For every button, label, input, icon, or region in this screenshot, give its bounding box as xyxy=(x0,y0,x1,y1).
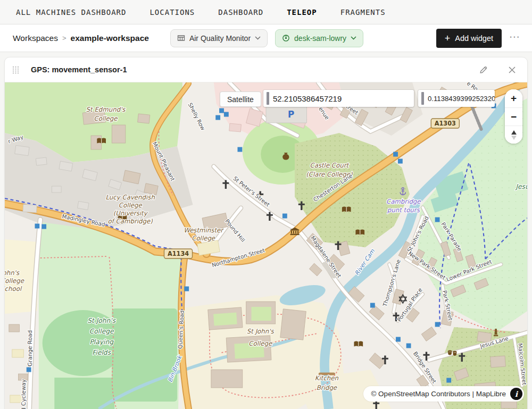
zoom-in-button[interactable]: + xyxy=(505,89,522,107)
zoom-out-button[interactable]: − xyxy=(505,107,522,126)
map-container[interactable]: P A1303A1134 St Edmund'sColleger WayShel… xyxy=(5,82,527,409)
nav-tab[interactable]: ALL MACHINES DASHBOARD xyxy=(16,8,126,16)
page: ALL MACHINES DASHBOARDLOCATIONSDASHBOARD… xyxy=(0,0,532,409)
info-icon[interactable]: i xyxy=(510,388,522,400)
gps-point-marker xyxy=(282,214,287,219)
gps-point-marker xyxy=(435,218,440,222)
gps-point-marker xyxy=(27,368,31,372)
gps-point-marker xyxy=(398,159,403,164)
book-icon xyxy=(355,230,364,235)
pencil-icon xyxy=(479,65,488,74)
compass-north-icon xyxy=(511,130,517,135)
nav-tab[interactable]: LOCATIONS xyxy=(149,8,195,16)
map-zoom-controls: + − xyxy=(505,89,522,144)
plus-icon: + xyxy=(445,34,451,43)
map-label: Jesus xyxy=(514,183,527,190)
road-ref-badge: A1303 xyxy=(431,119,459,128)
compass-south-icon xyxy=(511,136,517,140)
gps-point-marker xyxy=(184,287,189,291)
road-ref-badge: A1134 xyxy=(164,249,193,258)
gps-point-marker xyxy=(237,147,242,152)
nav-tab[interactable]: FRAGMENTS xyxy=(340,8,386,16)
live-part-label: desk-sam-lowry xyxy=(294,34,346,43)
latitude-input[interactable]: 52.2105386457219 xyxy=(263,90,414,107)
svg-text:P: P xyxy=(288,109,294,120)
chevron-down-icon xyxy=(255,36,261,40)
gps-point-marker xyxy=(215,115,220,120)
book-icon xyxy=(354,341,363,347)
add-widget-label: Add widget xyxy=(455,34,493,43)
map-attribution: © OpenStreetMap Contributors | MapLibre … xyxy=(363,386,524,402)
latitude-value: 52.2105386457219 xyxy=(273,94,342,103)
gps-point-marker xyxy=(406,344,411,348)
book-icon xyxy=(97,138,106,144)
more-menu-button[interactable]: ⋯ xyxy=(509,31,523,45)
svg-text:A1134: A1134 xyxy=(168,250,189,257)
drag-handle-icon[interactable] xyxy=(12,66,19,74)
latitude-drag-bar[interactable] xyxy=(267,92,269,105)
live-part-selector[interactable]: desk-sam-lowry xyxy=(275,29,363,47)
breadcrumb-current: example-workspace xyxy=(71,34,149,43)
svg-text:Grange Road: Grange Road xyxy=(27,330,33,366)
compass-button[interactable] xyxy=(505,126,522,144)
gps-point-marker xyxy=(435,322,440,327)
gps-point-marker xyxy=(224,112,229,117)
gps-point-marker xyxy=(393,152,398,157)
live-signal-icon xyxy=(282,34,290,42)
svg-text:Jesus: Jesus xyxy=(514,183,527,190)
breadcrumb-separator: > xyxy=(62,34,66,42)
parking-icon: P xyxy=(288,109,294,120)
svg-text:Cambridgepunt tours: Cambridgepunt tours xyxy=(386,198,421,214)
map-canvas[interactable]: P A1303A1134 St Edmund'sColleger WayShel… xyxy=(5,82,527,409)
gps-widget: GPS: movement_sensor-1 xyxy=(4,57,528,409)
breadcrumb-root[interactable]: Workspaces xyxy=(13,34,58,43)
book-icon xyxy=(342,207,351,212)
nav-tab[interactable]: DASHBOARD xyxy=(218,8,263,16)
breadcrumb: Workspaces > example-workspace xyxy=(13,34,149,43)
widget-title: GPS: movement_sensor-1 xyxy=(31,65,127,74)
gps-point-marker xyxy=(35,224,39,229)
close-widget-button[interactable] xyxy=(505,63,519,77)
add-widget-button[interactable]: + Add widget xyxy=(436,29,502,48)
svg-text:A1303: A1303 xyxy=(435,120,456,127)
map-label: d Cycleway xyxy=(20,379,27,409)
toolbar: Workspaces > example-workspace Air Quali… xyxy=(0,24,532,52)
machine-selector-label: Air Quality Monitor xyxy=(189,34,251,43)
edit-widget-button[interactable] xyxy=(477,63,491,77)
nav-tab[interactable]: TELEOP xyxy=(287,8,317,16)
machine-selector[interactable]: Air Quality Monitor xyxy=(170,29,268,47)
svg-text:d Cycleway: d Cycleway xyxy=(20,379,27,409)
map-label: Grange Road xyxy=(27,330,33,366)
satellite-toggle-button[interactable]: Satellite xyxy=(220,91,261,107)
close-icon xyxy=(508,65,517,74)
longitude-value: 0.11384393992523201 xyxy=(428,95,495,103)
chevron-down-icon xyxy=(351,36,356,40)
widget-header: GPS: movement_sensor-1 xyxy=(5,57,527,82)
gps-point-marker xyxy=(41,224,46,229)
top-nav: ALL MACHINES DASHBOARDLOCATIONSDASHBOARD… xyxy=(0,0,532,24)
gps-point-marker xyxy=(396,337,401,342)
gps-point-marker xyxy=(370,303,375,308)
attribution-text: © OpenStreetMap Contributors | MapLibre xyxy=(371,390,506,398)
longitude-drag-bar[interactable] xyxy=(421,92,424,105)
machine-icon xyxy=(177,34,185,42)
longitude-input[interactable]: 0.11384393992523201 xyxy=(418,90,495,107)
map-label: Cambridgepunt tours xyxy=(386,198,421,214)
gps-point-marker xyxy=(446,378,451,383)
gps-point-marker xyxy=(219,108,224,113)
